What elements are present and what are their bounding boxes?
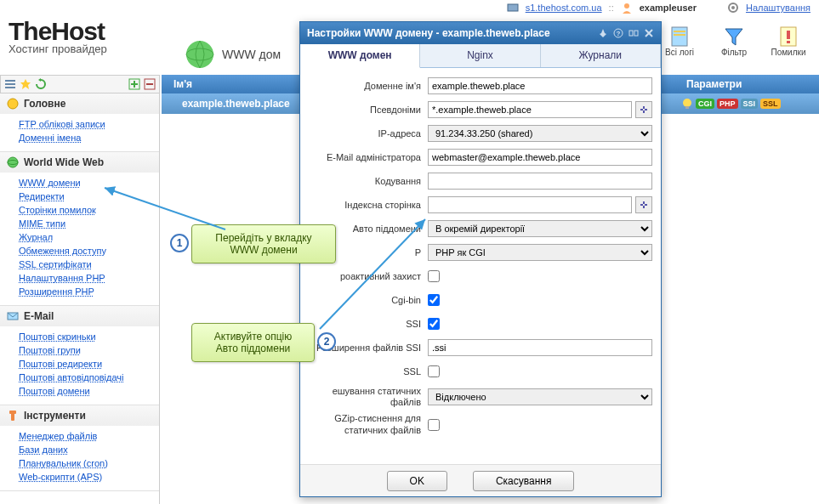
sidebar-toolbar [0,75,160,93]
logo: TheHost Хостинг провайдер [9,17,107,55]
tooltip-2: 2 Активуйте опцію Авто піддомени [191,323,315,362]
list-icon[interactable] [4,78,16,90]
settings-link[interactable]: Налаштування [746,3,810,13]
tab-logs[interactable]: Журнали [541,44,661,67]
svg-rect-9 [674,34,685,36]
tab-nginx[interactable]: Nginx [420,44,540,67]
php-select[interactable]: PHP як CGI [428,244,652,261]
sidebar-section-email[interactable]: E-Mail [0,306,159,326]
sidebar-item-email-3[interactable]: Поштові автовідповідачі [19,371,159,384]
filter-button[interactable]: Фільтр [710,25,758,57]
breadcrumb-text: WWW дом [222,48,281,61]
tab-www[interactable]: WWW домен [300,44,420,68]
svg-point-21 [8,99,18,109]
svg-rect-28 [685,106,689,109]
svg-rect-31 [629,31,633,36]
tip-number-1: 1 [170,234,189,252]
svg-point-1 [624,3,629,8]
cancel-button[interactable]: Скасування [473,471,575,491]
server-icon [507,2,519,14]
ssi-checkbox[interactable] [428,318,440,330]
svg-rect-18 [131,83,138,85]
sidebar-item-email-2[interactable]: Поштові редиректи [19,357,159,371]
svg-rect-15 [5,87,15,88]
sidebar-item-main-1[interactable]: Доменні імена [19,131,159,144]
help-icon[interactable]: ? [613,28,623,38]
proactive-checkbox[interactable] [428,270,440,282]
svg-rect-11 [787,31,790,39]
index-input[interactable] [428,196,632,213]
username: exampleuser [640,3,697,13]
svg-rect-20 [146,83,153,85]
sidebar-item-www-8[interactable]: Розширення PHP [19,285,159,298]
sidebar-item-tools-1[interactable]: Бази даних [19,443,159,456]
autosub-select[interactable]: В окремій директорії [428,220,652,237]
pin-icon[interactable] [598,28,608,38]
user-icon [621,2,633,14]
ssiext-input[interactable] [428,339,652,356]
sidebar-item-www-1[interactable]: Редиректи [19,190,159,203]
globe-icon [183,37,217,71]
svg-text:?: ? [617,30,621,37]
star-icon[interactable] [20,78,31,90]
sidebar-item-www-7[interactable]: Налаштування PHP [19,271,159,285]
cgi-checkbox[interactable] [428,294,440,306]
svg-point-22 [8,157,18,167]
sidebar-item-tools-3[interactable]: Web-скрипти (APS) [19,470,159,484]
ssl-checkbox[interactable] [428,365,440,377]
sidebar-item-www-6[interactable]: SSL сертифікати [19,258,159,271]
sidebar-item-tools-2[interactable]: Планувальник (cron) [19,456,159,470]
svg-point-3 [731,6,735,9]
sidebar-item-email-0[interactable]: Поштові скриньки [19,330,159,343]
cache-select[interactable]: Відключено [428,388,652,405]
domain-input[interactable] [428,77,652,94]
column-params[interactable]: Параметри [674,78,819,90]
svg-point-27 [683,99,691,107]
svg-rect-8 [674,31,685,32]
separator: :: [609,3,614,13]
sidebar-item-www-4[interactable]: Журнал [19,230,159,244]
server-link[interactable]: s1.thehost.com.ua [526,3,602,13]
sidebar-section-main[interactable]: Головне [0,93,159,114]
email-input[interactable] [428,149,652,166]
logs-button[interactable]: Всі логі [656,25,703,57]
php-badge: PHP [717,99,738,109]
sidebar-item-www-3[interactable]: MIME типи [19,217,159,230]
ok-button[interactable]: OK [387,471,447,491]
modal-title: Настройки WWW домену - example.theweb.pl… [307,27,593,39]
sidebar-item-www-0[interactable]: WWW домени [19,176,159,190]
sidebar-section-tools[interactable]: Інструменти [0,405,159,426]
ssi-badge: SSI [741,99,759,109]
refresh-icon[interactable] [35,78,47,90]
sidebar-item-email-1[interactable]: Поштові групи [19,343,159,357]
sidebar-item-www-5[interactable]: Обмеження доступу [19,244,159,258]
sidebar-section-www[interactable]: World Wide Web [0,152,159,173]
minus-icon[interactable] [144,78,156,90]
svg-rect-32 [634,31,638,36]
index-add-button[interactable] [635,196,652,213]
cgi-badge: CGI [696,99,714,109]
sidebar-item-email-4[interactable]: Поштові домени [19,384,159,398]
sidebar-item-tools-0[interactable]: Менеджер файлів [19,429,159,443]
sidebar-item-main-0[interactable]: FTP облікові записи [19,117,159,131]
ssl-badge: SSL [760,99,781,109]
bulb-icon [681,98,693,110]
errors-button[interactable]: Помилки [765,25,812,57]
encoding-input[interactable] [428,173,652,190]
ip-select[interactable]: 91.234.33.250 (shared) [428,125,652,142]
sidebar-item-www-2[interactable]: Сторінки помилок [19,203,159,217]
svg-rect-26 [9,411,16,414]
plus-icon[interactable] [128,78,140,90]
close-icon[interactable] [644,28,654,38]
svg-rect-14 [5,83,15,85]
tip-number-2: 2 [317,332,336,351]
settings-modal: Настройки WWW домену - example.theweb.pl… [299,21,662,497]
svg-rect-0 [508,4,518,11]
alias-input[interactable] [428,101,632,118]
alias-add-button[interactable] [635,101,652,118]
svg-rect-7 [672,27,687,46]
minmax-icon[interactable] [628,28,639,38]
svg-rect-12 [787,41,790,43]
gzip-checkbox[interactable] [428,419,440,431]
svg-point-4 [186,41,213,68]
